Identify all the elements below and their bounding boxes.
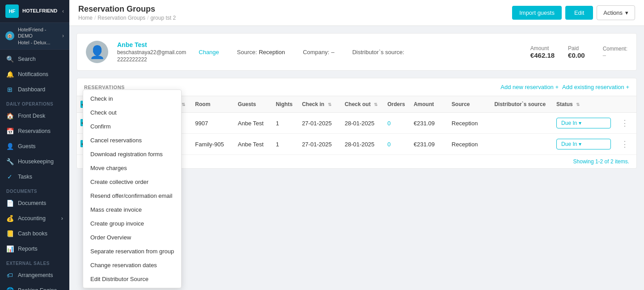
guest-phone: 2222222222 bbox=[117, 56, 186, 63]
row-guests: Anbe Test bbox=[234, 113, 272, 134]
status-badge[interactable]: Due In ▾ bbox=[556, 118, 611, 128]
nav-section-external: EXTERNAL SALES bbox=[0, 256, 69, 268]
sidebar-item-reports[interactable]: 📊 Reports bbox=[0, 241, 69, 256]
bulk-dropdown-item[interactable]: Download registration forms bbox=[83, 147, 181, 161]
guest-avatar: 👤 bbox=[86, 41, 108, 63]
company-label: Company: bbox=[303, 49, 329, 55]
company-value: – bbox=[331, 49, 334, 55]
bulk-dropdown-item[interactable]: Create group invoice bbox=[83, 217, 181, 230]
guest-email: beschastnaya22@gmail.com bbox=[117, 49, 186, 55]
guest-amounts: Amount €462.18 Paid €0.00 bbox=[530, 45, 585, 59]
breadcrumb: Home / Reservation Groups / group tst 2 bbox=[78, 15, 176, 21]
reservations-title: RESERVATIONS bbox=[84, 85, 125, 90]
documents-icon: 📄 bbox=[6, 200, 13, 207]
sidebar-item-dashboard[interactable]: ⊞ Dashboard bbox=[0, 82, 69, 97]
paid-value: €0.00 bbox=[568, 51, 585, 59]
sidebar-item-label: Reservations bbox=[18, 128, 51, 134]
bulk-dropdown-item[interactable]: Confirm bbox=[83, 119, 181, 133]
th-checkout[interactable]: Check out ⇅ bbox=[341, 96, 384, 113]
row-distributor-source bbox=[491, 134, 553, 155]
import-guests-button[interactable]: Import guests bbox=[512, 6, 562, 20]
guest-distributor: Distributor`s source: bbox=[352, 49, 404, 55]
sidebar-item-label: Search bbox=[18, 56, 36, 62]
page-header: Reservation Groups Home / Reservation Gr… bbox=[69, 0, 644, 26]
status-chevron-icon: ▾ bbox=[579, 120, 581, 126]
sidebar-collapse-icon[interactable]: ‹ bbox=[62, 8, 64, 14]
sidebar-item-housekeeping[interactable]: 🔧 Housekeeping bbox=[0, 154, 69, 169]
bulk-dropdown-item[interactable]: Edit Distributor Source bbox=[83, 272, 181, 286]
sidebar-item-cashbooks[interactable]: 📒 Cash books bbox=[0, 226, 69, 241]
row-checkin: 27-01-2025 bbox=[298, 113, 341, 134]
actions-button[interactable]: Actions ▾ bbox=[597, 5, 635, 20]
notification-icon: 🔔 bbox=[6, 71, 13, 78]
comment-block: Comment: – bbox=[603, 46, 627, 59]
bulk-dropdown-item[interactable]: Change reservation dates bbox=[83, 258, 181, 272]
sidebar-item-label: Accounting bbox=[18, 215, 46, 222]
sidebar-item-arrangements[interactable]: 🏷 Arrangements bbox=[0, 268, 69, 283]
bulk-dropdown-item[interactable]: Cancel reservations bbox=[83, 133, 181, 147]
row-more-button[interactable]: ⋮ bbox=[618, 138, 631, 150]
housekeeping-icon: 🔧 bbox=[6, 158, 13, 165]
sidebar-logo: HF HOTELFRIEND ‹ bbox=[0, 0, 69, 23]
th-room: Room bbox=[191, 96, 234, 113]
comment-label: Comment: bbox=[603, 46, 627, 52]
row-room: 9907 bbox=[191, 113, 234, 134]
row-status: Due In ▾ bbox=[553, 134, 614, 155]
bulk-dropdown-item[interactable]: Separate reservation from group bbox=[83, 244, 181, 258]
actions-chevron-icon: ▾ bbox=[625, 9, 628, 16]
th-status[interactable]: Status ⇅ bbox=[553, 96, 614, 113]
sidebar-item-frontdesk[interactable]: 🏠 Front Desk bbox=[0, 108, 69, 124]
row-more-button[interactable]: ⋮ bbox=[618, 117, 631, 129]
bulk-dropdown-item[interactable]: Mass create invoice bbox=[83, 203, 181, 217]
row-guests: Anbe Test bbox=[234, 134, 272, 155]
hotel-switcher[interactable]: 🏨 HotelFriend - DEMO Hotel - Delux... › bbox=[0, 23, 69, 50]
search-icon: 🔍 bbox=[6, 55, 13, 63]
th-row-actions bbox=[614, 96, 636, 113]
sidebar-item-label: Reports bbox=[18, 246, 38, 252]
breadcrumb-current: group tst 2 bbox=[150, 15, 176, 21]
nav-section-daily: DAILY OPERATIONS bbox=[0, 97, 69, 108]
sidebar-item-label: Cash books bbox=[18, 230, 47, 237]
sidebar-item-documents[interactable]: 📄 Documents bbox=[0, 196, 69, 211]
sidebar-item-accounting[interactable]: 💰 Accounting › bbox=[0, 211, 69, 226]
add-new-reservation-button[interactable]: Add new reservation + bbox=[500, 84, 559, 90]
logo-box: HF bbox=[5, 4, 19, 18]
sidebar-item-booking-engine[interactable]: 🌐 Booking Engine bbox=[0, 283, 69, 290]
bulk-dropdown-item[interactable]: Order Overview bbox=[83, 230, 181, 244]
breadcrumb-home[interactable]: Home bbox=[78, 15, 93, 21]
th-checkin[interactable]: Check in ⇅ bbox=[298, 96, 341, 113]
hotel-expand-icon[interactable]: › bbox=[62, 33, 64, 39]
source-value: Reception bbox=[259, 49, 285, 55]
bulk-dropdown-item[interactable]: Create collective order bbox=[83, 175, 181, 189]
row-distributor-source bbox=[491, 113, 553, 134]
booking-icon: 🌐 bbox=[6, 287, 13, 290]
sidebar-item-label: Booking Engine bbox=[18, 287, 57, 290]
sidebar-item-notifications[interactable]: 🔔 Notifications bbox=[0, 67, 69, 82]
bulk-dropdown-item[interactable]: Check in bbox=[83, 92, 181, 106]
add-existing-reservation-button[interactable]: Add existing reservation + bbox=[562, 84, 629, 90]
source-label: Source: bbox=[237, 49, 257, 55]
status-badge[interactable]: Due In ▾ bbox=[556, 139, 611, 149]
sidebar-item-guests[interactable]: 👤 Guests bbox=[0, 139, 69, 154]
sort-icon-checkout: ⇅ bbox=[374, 102, 377, 107]
sidebar-item-reservations[interactable]: 📅 Reservations bbox=[0, 124, 69, 139]
sort-icon-resnum: ⇅ bbox=[182, 102, 185, 107]
sidebar-item-label: Tasks bbox=[18, 174, 32, 180]
change-guest-link[interactable]: Change bbox=[199, 49, 219, 55]
bulk-dropdown-item[interactable]: Resend offer/confirmation email bbox=[83, 189, 181, 203]
header-actions: Import guests Edit Actions ▾ bbox=[512, 5, 635, 20]
sidebar-item-label: Notifications bbox=[18, 71, 48, 77]
breadcrumb-groups[interactable]: Reservation Groups bbox=[97, 15, 145, 21]
guest-name[interactable]: Anbe Test bbox=[117, 41, 186, 48]
th-amount: Amount bbox=[410, 96, 448, 113]
sidebar-item-tasks[interactable]: ✓ Tasks bbox=[0, 169, 69, 184]
sidebar-item-search[interactable]: 🔍 Search bbox=[0, 51, 69, 67]
dashboard-icon: ⊞ bbox=[6, 86, 13, 93]
edit-button[interactable]: Edit bbox=[565, 6, 593, 20]
sidebar-item-label: Housekeeping bbox=[18, 158, 54, 165]
row-nights: 1 bbox=[272, 113, 298, 134]
bulk-dropdown-item[interactable]: Move charges bbox=[83, 161, 181, 175]
row-source: Reception bbox=[448, 134, 491, 155]
bulk-dropdown-item[interactable]: Check out bbox=[83, 106, 181, 119]
bulk-action-dropdown: Check inCheck outConfirmCancel reservati… bbox=[83, 90, 182, 288]
